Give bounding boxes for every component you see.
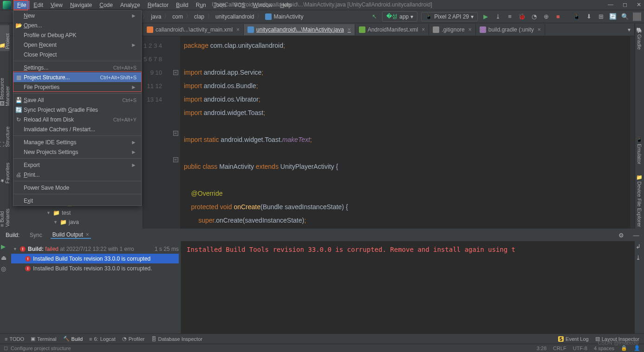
menu-item-sync-project-with-gradle-files[interactable]: 🔄Sync Project with Gradle Files [13, 105, 141, 115]
menu-edit[interactable]: Edit [30, 1, 46, 9]
bb-build[interactable]: 🔨 Build [63, 336, 83, 342]
error-stripe[interactable] [630, 36, 635, 229]
menu-navigate[interactable]: Navigate [67, 1, 95, 9]
menu-file[interactable]: File [14, 1, 29, 9]
fold-box-icon[interactable]: − [173, 70, 178, 75]
crumb-com[interactable]: com [172, 13, 183, 20]
close-tab-icon[interactable]: × [348, 26, 351, 33]
build-error-row[interactable]: !Installed Build Tools revision 33.0.0 i… [11, 263, 179, 273]
build-tab-output[interactable]: Build Output× [51, 231, 91, 239]
tabs-dropdown-icon[interactable]: ▾ [624, 24, 635, 35]
minimize-icon[interactable]: — [608, 1, 613, 8]
close-tab-icon[interactable]: × [236, 26, 240, 33]
tree-test[interactable]: ▼📁test [9, 208, 143, 218]
bb-terminal[interactable]: ▣ Terminal [31, 336, 57, 342]
menu-item-manage-ide-settings[interactable]: Manage IDE Settings► [13, 137, 141, 147]
user-icon[interactable] [633, 13, 641, 21]
menu-item-power-save-mode[interactable]: Power Save Mode [13, 183, 141, 192]
editor-tab[interactable]: unitycallandroid\...\MainActivity.java× [244, 24, 355, 35]
menu-item-settings-[interactable]: Settings...Ctrl+Alt+S [13, 63, 141, 72]
resource-icon[interactable]: ⊞ [597, 13, 605, 21]
menu-item-save-all[interactable]: 💾Save AllCtrl+S [13, 95, 141, 105]
search-icon[interactable]: 🔍 [621, 13, 629, 21]
editor-tab[interactable]: callandroid\...\activity_main.xml× [143, 24, 244, 35]
apply-code-icon[interactable]: ≡ [506, 13, 514, 21]
menu-item-export[interactable]: Export► [13, 160, 141, 170]
status-readonly-icon[interactable]: 🔒 [621, 345, 627, 351]
bb-database[interactable]: 🗄 Database Inspector [151, 336, 202, 342]
close-tab-icon[interactable]: × [468, 26, 472, 33]
attach-icon[interactable]: ⊕ [542, 13, 550, 21]
menu-item-project-structure-[interactable]: ▦Project Structure...Ctrl+Alt+Shift+S [13, 72, 141, 82]
code-content[interactable]: package com.clap.unitycallandroid; impor… [180, 36, 630, 229]
scroll-icon[interactable]: ⤓ [636, 254, 643, 262]
run-config-selector[interactable]: �성app▾ [382, 11, 417, 22]
menu-run[interactable]: Run [193, 1, 209, 9]
bb-todo[interactable]: ≡ TODO [5, 336, 24, 342]
soft-wrap-icon[interactable]: ↲ [636, 243, 643, 250]
menu-analyze[interactable]: Analyze [117, 1, 143, 9]
menu-view[interactable]: View [47, 1, 66, 9]
tab-emulator[interactable]: 📱 Emulator [636, 134, 644, 166]
stop-icon[interactable]: ◎ [1, 265, 8, 273]
close-icon[interactable]: ✕ [637, 1, 641, 8]
sync-icon[interactable]: 🔄 [609, 13, 617, 21]
sdk-icon[interactable]: ⬇ [585, 13, 593, 21]
crumb-class[interactable]: MainActivity [273, 13, 303, 20]
bb-logcat[interactable]: ≡ 6: Logcat [89, 336, 116, 342]
filter-icon[interactable]: ⏏ [1, 254, 8, 262]
editor-tab[interactable]: .gitignore× [429, 24, 475, 35]
menu-code[interactable]: Code [96, 1, 116, 9]
stop-icon[interactable]: ■ [554, 13, 562, 21]
status-inspect-icon[interactable]: 👤 [634, 345, 640, 351]
tab-device-explorer[interactable]: 📁 Device File Explorer [636, 172, 644, 229]
debug-icon[interactable]: 🐞 [518, 13, 526, 21]
build-root-node[interactable]: ▼! Build: failed at 2022/7/12 13:22 with… [11, 244, 179, 254]
build-tab-sync[interactable]: Sync [28, 232, 44, 238]
menu-item-profile-or-debug-apk[interactable]: Profile or Debug APK [13, 30, 141, 40]
menu-item-open-recent[interactable]: Open Recent► [13, 40, 141, 50]
menu-refactor[interactable]: Refactor [144, 1, 172, 9]
status-indent[interactable]: 4 spaces [594, 346, 614, 351]
tab-gradle[interactable]: 🐘 Gradle [636, 25, 644, 51]
menu-item-file-properties[interactable]: File Properties► [13, 82, 141, 92]
gear-icon[interactable]: ⚙ [617, 231, 625, 239]
crumb-java[interactable]: java [151, 13, 161, 20]
menu-item-reload-all-from-disk[interactable]: ↻Reload All from DiskCtrl+Alt+Y [13, 115, 141, 124]
editor-tab[interactable]: build.gradle (:unity× [476, 24, 545, 35]
crumb-package[interactable]: unitycallandroid [215, 13, 254, 20]
hammer-icon[interactable]: ↖ [370, 13, 378, 21]
tree-java[interactable]: ▼📁java [9, 218, 143, 227]
minimize-panel-icon[interactable]: — [632, 231, 640, 239]
build-output-text[interactable]: Installed Build Tools revision 33.0.0 is… [181, 241, 635, 333]
code-editor[interactable]: 1 2 3 4 5 6 7 8 9 10 11 12 13 14 − − − p… [143, 36, 635, 229]
fold-box-icon[interactable]: − [173, 157, 178, 162]
crumb-clap[interactable]: clap [194, 13, 204, 20]
menu-item-open-[interactable]: 📂Open... [13, 20, 141, 30]
menu-item-new[interactable]: New► [13, 11, 141, 20]
editor-tab[interactable]: AndroidManifest.xml× [355, 24, 429, 35]
editor-tabs: callandroid\...\activity_main.xml×unityc… [143, 23, 635, 36]
menu-build[interactable]: Build [173, 1, 192, 9]
bb-event-log[interactable]: 5 Event Log [558, 336, 589, 342]
menu-item-close-project[interactable]: Close Project [13, 50, 141, 59]
close-tab-icon[interactable]: × [538, 26, 541, 33]
profile-icon[interactable]: ◔ [530, 13, 538, 21]
menu-item-print-[interactable]: 🖨Print... [13, 170, 141, 179]
fold-box-icon[interactable]: − [173, 131, 178, 136]
maximize-icon[interactable]: ◻ [623, 1, 627, 8]
status-encoding[interactable]: UTF-8 [573, 346, 587, 351]
bb-profiler[interactable]: ◔ Profiler [122, 336, 145, 342]
rerun-icon[interactable]: ▶ [1, 243, 8, 250]
build-error-row[interactable]: !Installed Build Tools revision 33.0.0 i… [11, 254, 179, 263]
status-line-sep[interactable]: CRLF [553, 346, 566, 351]
close-tab-icon[interactable]: × [422, 26, 425, 33]
apply-changes-icon[interactable]: ⤓ [494, 13, 502, 21]
run-icon[interactable]: ▶ [481, 13, 490, 21]
device-selector[interactable]: 📱Pixel 2 API 29▾ [421, 12, 478, 21]
menu-item-new-projects-settings[interactable]: New Projects Settings► [13, 147, 141, 157]
menu-item-exit[interactable]: Exit [13, 196, 141, 205]
status-caret-pos[interactable]: 3:28 [537, 346, 546, 351]
menu-item-invalidate-caches-restart-[interactable]: Invalidate Caches / Restart... [13, 124, 141, 134]
avd-icon[interactable]: 📱 [572, 13, 581, 21]
